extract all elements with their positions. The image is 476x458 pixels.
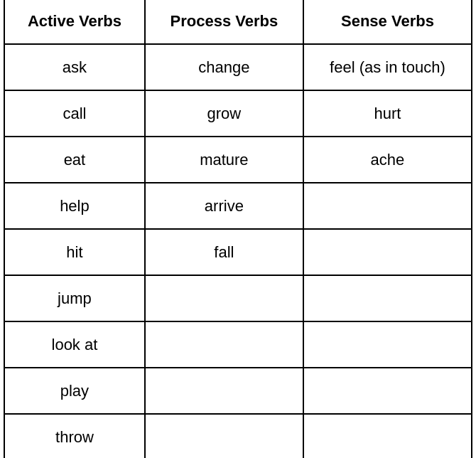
cell-sense-6 xyxy=(303,321,472,368)
cell-active-6: look at xyxy=(4,321,145,368)
cell-sense-8 xyxy=(303,414,472,458)
header-row: Active Verbs Process Verbs Sense Verbs xyxy=(4,0,472,44)
verb-table-container: Active Verbs Process Verbs Sense Verbs a… xyxy=(4,0,472,458)
cell-active-5: jump xyxy=(4,275,145,321)
header-process-verbs: Process Verbs xyxy=(145,0,303,44)
cell-active-2: eat xyxy=(4,137,145,183)
cell-process-2: mature xyxy=(145,137,303,183)
cell-sense-5 xyxy=(303,275,472,321)
cell-sense-2: ache xyxy=(303,137,472,183)
table-row: play xyxy=(4,368,472,414)
cell-active-8: throw xyxy=(4,414,145,458)
cell-active-3: help xyxy=(4,183,145,229)
table-row: throw xyxy=(4,414,472,458)
cell-sense-7 xyxy=(303,368,472,414)
cell-sense-3 xyxy=(303,183,472,229)
table-row: look at xyxy=(4,321,472,368)
cell-process-7 xyxy=(145,368,303,414)
table-row: jump xyxy=(4,275,472,321)
verb-table: Active Verbs Process Verbs Sense Verbs a… xyxy=(4,0,472,458)
table-row: eatmatureache xyxy=(4,137,472,183)
table-row: callgrowhurt xyxy=(4,90,472,137)
header-active-verbs: Active Verbs xyxy=(4,0,145,44)
cell-process-3: arrive xyxy=(145,183,303,229)
cell-process-0: change xyxy=(145,44,303,90)
cell-sense-4 xyxy=(303,229,472,275)
table-row: hitfall xyxy=(4,229,472,275)
cell-process-1: grow xyxy=(145,90,303,137)
cell-active-1: call xyxy=(4,90,145,137)
cell-active-4: hit xyxy=(4,229,145,275)
cell-process-4: fall xyxy=(145,229,303,275)
header-sense-verbs: Sense Verbs xyxy=(303,0,472,44)
cell-process-8 xyxy=(145,414,303,458)
cell-process-5 xyxy=(145,275,303,321)
cell-active-0: ask xyxy=(4,44,145,90)
cell-sense-0: feel (as in touch) xyxy=(303,44,472,90)
cell-active-7: play xyxy=(4,368,145,414)
cell-sense-1: hurt xyxy=(303,90,472,137)
table-row: helparrive xyxy=(4,183,472,229)
cell-process-6 xyxy=(145,321,303,368)
table-row: askchangefeel (as in touch) xyxy=(4,44,472,90)
